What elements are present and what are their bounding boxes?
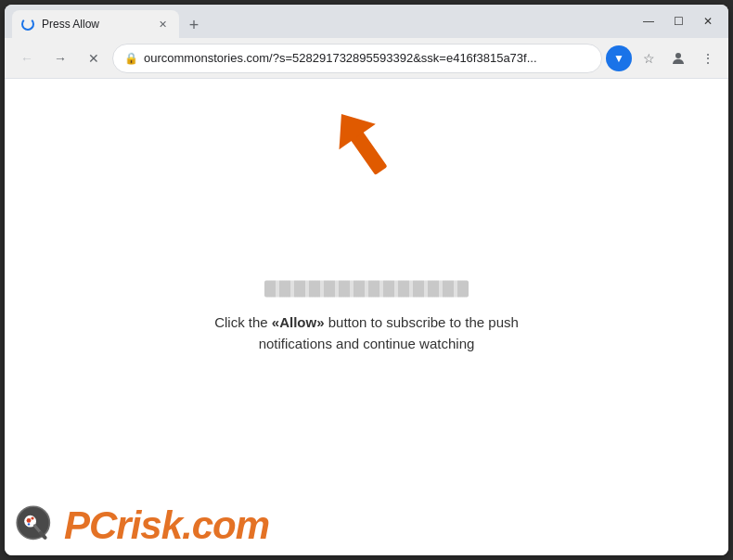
pcrisk-logo-icon	[14, 503, 58, 548]
maximize-button[interactable]: ☐	[665, 12, 691, 31]
tab-loading-spinner	[21, 18, 34, 31]
download-button[interactable]: ▼	[606, 45, 632, 71]
bookmark-icon[interactable]: ☆	[636, 45, 662, 71]
browser-window: Press Allow ✕ + — ☐ ✕ ← → ✕ 🔒 ourcommons…	[5, 5, 728, 555]
nav-bar: ← → ✕ 🔒 ourcommonstories.com/?s=52829173…	[5, 38, 728, 79]
url-text: ourcommonstories.com/?s=5282917328955933…	[144, 51, 590, 65]
pcrisk-pc: PC	[64, 503, 116, 547]
pcrisk-watermark: PCrisk.com	[5, 496, 278, 555]
active-tab[interactable]: Press Allow ✕	[12, 10, 179, 38]
page-content: Click the «Allow» button to subscribe to…	[5, 79, 728, 555]
svg-point-0	[675, 53, 681, 58]
tab-title: Press Allow	[42, 18, 148, 31]
tab-area: Press Allow ✕ +	[12, 5, 632, 38]
subscribe-text-pre: Click the	[214, 314, 272, 330]
tab-close-button[interactable]: ✕	[155, 17, 170, 32]
back-button[interactable]: ←	[12, 44, 42, 73]
profile-icon[interactable]	[665, 45, 691, 71]
lock-icon: 🔒	[124, 52, 138, 65]
minimize-button[interactable]: —	[636, 12, 662, 31]
progress-area: Click the «Allow» button to subscribe to…	[186, 281, 547, 354]
svg-point-6	[31, 516, 33, 519]
menu-icon[interactable]: ⋮	[695, 45, 721, 71]
address-bar[interactable]: 🔒 ourcommonstories.com/?s=52829173289559…	[112, 44, 602, 73]
pcrisk-suffix: risk.com	[116, 503, 269, 547]
forward-button[interactable]: →	[45, 44, 75, 73]
pcrisk-brand-text: PCrisk.com	[64, 503, 269, 548]
fake-progress-bar	[264, 281, 469, 298]
subscribe-text: Click the «Allow» button to subscribe to…	[186, 312, 547, 354]
arrow-container	[320, 107, 413, 203]
window-controls: — ☐ ✕	[636, 12, 721, 31]
svg-point-5	[27, 518, 32, 523]
subscribe-allow: «Allow»	[272, 314, 325, 330]
svg-point-7	[28, 523, 30, 525]
stop-button[interactable]: ✕	[79, 44, 109, 73]
arrow-svg	[320, 107, 413, 199]
new-tab-button[interactable]: +	[181, 12, 207, 38]
title-bar: Press Allow ✕ + — ☐ ✕	[5, 5, 728, 38]
close-button[interactable]: ✕	[695, 12, 721, 31]
